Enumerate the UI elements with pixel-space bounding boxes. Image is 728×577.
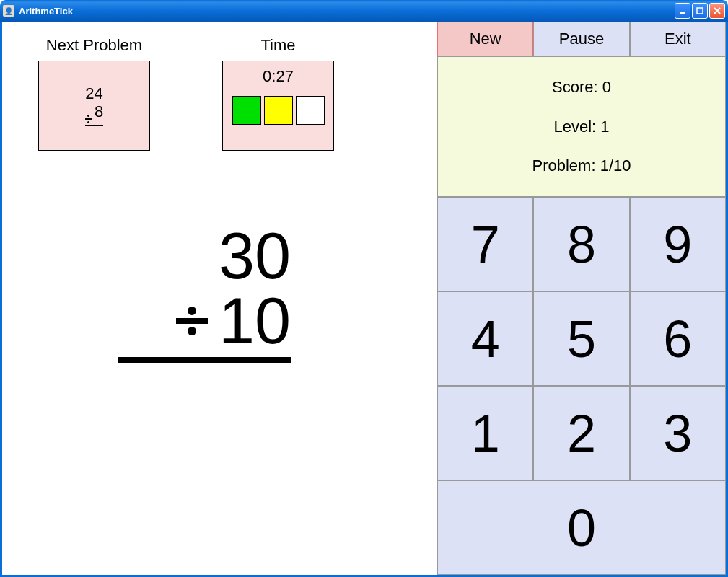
indicator-yellow xyxy=(264,96,293,125)
minimize-icon xyxy=(679,7,686,14)
close-icon xyxy=(714,7,721,14)
app-icon: 👤 xyxy=(3,5,14,17)
titlebar: 👤 ArithmeTick xyxy=(0,0,728,22)
divide-icon xyxy=(176,307,208,335)
time-indicators xyxy=(232,96,325,125)
key-1[interactable]: 1 xyxy=(437,386,533,480)
right-panel: New Pause Exit Score: 0 Level: 1 Problem… xyxy=(437,22,726,575)
level-label: Level: xyxy=(553,118,596,136)
level-value: 1 xyxy=(600,118,609,136)
new-button[interactable]: New xyxy=(437,22,533,56)
key-5[interactable]: 5 xyxy=(533,291,629,386)
time-label: Time xyxy=(222,36,334,55)
problem-value: 1/10 xyxy=(600,157,631,175)
next-problem-box: 24 8 xyxy=(38,61,150,151)
score-value: 0 xyxy=(602,78,611,96)
indicator-green xyxy=(232,96,261,125)
next-problem-top: 24 xyxy=(85,85,102,102)
next-problem-bottom-row: 8 xyxy=(85,103,103,126)
window-title: ArithmeTick xyxy=(19,6,675,17)
indicator-white xyxy=(296,96,325,125)
close-button[interactable] xyxy=(709,3,725,19)
next-problem-bottom: 8 xyxy=(95,102,103,120)
maximize-button[interactable] xyxy=(692,3,708,19)
problem-underline xyxy=(118,357,291,363)
level-row: Level: 1 xyxy=(553,118,609,136)
divide-icon xyxy=(85,115,92,123)
time-value: 0:27 xyxy=(263,67,294,86)
stats-box: Score: 0 Level: 1 Problem: 1/10 xyxy=(437,56,726,197)
minimize-button[interactable] xyxy=(675,3,690,19)
keypad-row-1: 7 8 9 xyxy=(437,197,726,291)
key-9[interactable]: 9 xyxy=(630,197,726,291)
svg-rect-0 xyxy=(680,12,685,14)
maximize-icon xyxy=(696,7,703,14)
keypad-row-3: 1 2 3 xyxy=(437,386,726,480)
action-row: New Pause Exit xyxy=(437,22,726,56)
problem-label: Problem: xyxy=(532,157,596,175)
current-problem-bottom-row: 10 xyxy=(118,288,291,353)
key-3[interactable]: 3 xyxy=(630,386,726,480)
key-8[interactable]: 8 xyxy=(533,197,629,291)
time-block: Time 0:27 xyxy=(222,36,334,151)
current-problem-top: 30 xyxy=(118,224,291,288)
key-6[interactable]: 6 xyxy=(630,291,726,386)
current-problem: 30 10 xyxy=(118,224,291,363)
keypad: 7 8 9 4 5 6 1 2 3 0 xyxy=(437,197,726,575)
key-2[interactable]: 2 xyxy=(533,386,629,480)
next-problem-label: Next Problem xyxy=(38,36,150,55)
key-4[interactable]: 4 xyxy=(437,291,533,386)
problem-row: Problem: 1/10 xyxy=(532,157,631,175)
keypad-row-4: 0 xyxy=(437,480,726,575)
key-7[interactable]: 7 xyxy=(437,197,533,291)
content-area: Next Problem 24 8 Time 0:27 xyxy=(0,22,728,577)
svg-rect-1 xyxy=(697,8,703,14)
key-0[interactable]: 0 xyxy=(437,480,726,575)
current-problem-bottom: 10 xyxy=(219,288,291,353)
left-panel: Next Problem 24 8 Time 0:27 xyxy=(2,22,437,575)
window-controls xyxy=(675,3,725,19)
score-label: Score: xyxy=(552,78,598,96)
pause-button[interactable]: Pause xyxy=(533,22,629,56)
score-row: Score: 0 xyxy=(552,78,611,97)
time-box: 0:27 xyxy=(222,61,334,151)
next-problem-block: Next Problem 24 8 xyxy=(38,36,150,151)
top-info: Next Problem 24 8 Time 0:27 xyxy=(38,36,423,151)
exit-button[interactable]: Exit xyxy=(630,22,726,56)
keypad-row-2: 4 5 6 xyxy=(437,291,726,386)
